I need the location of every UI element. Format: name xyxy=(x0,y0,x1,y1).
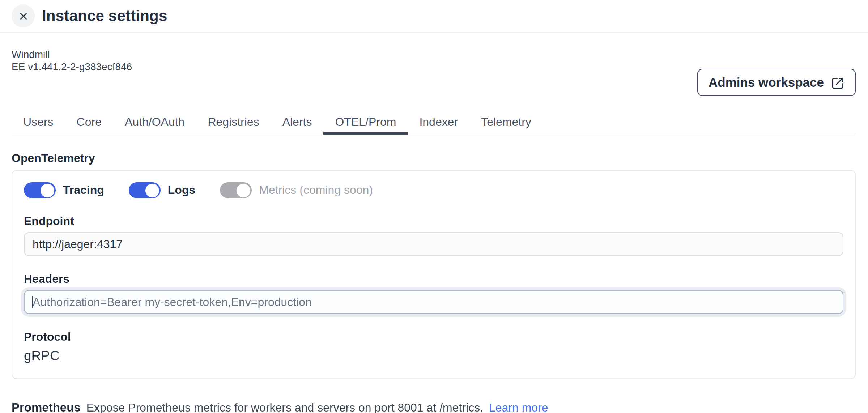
external-link-icon xyxy=(831,76,844,89)
opentelemetry-card: Tracing Logs Metrics (coming soon) Endpo… xyxy=(12,170,856,379)
tab-core[interactable]: Core xyxy=(65,110,113,135)
button-row: Admins workspace xyxy=(12,69,856,96)
headers-input-wrap xyxy=(24,290,843,314)
toggle-knob xyxy=(237,183,250,197)
tab-registries[interactable]: Registries xyxy=(196,110,271,135)
prometheus-heading: Prometheus xyxy=(12,401,81,413)
close-button[interactable] xyxy=(12,4,35,27)
opentelemetry-heading: OpenTelemetry xyxy=(12,152,856,165)
prometheus-description: Expose Prometheus metrics for workers an… xyxy=(86,401,483,413)
metrics-label: Metrics (coming soon) xyxy=(259,184,373,197)
headers-field: Headers xyxy=(24,273,843,314)
protocol-field: Protocol gRPC xyxy=(24,331,843,364)
main-content: Windmill EE v1.441.2-2-g383ecf846 Admins… xyxy=(0,48,868,413)
logs-label: Logs xyxy=(168,184,195,197)
headers-label: Headers xyxy=(24,273,843,286)
tracing-toggle-item: Tracing xyxy=(24,182,104,198)
tab-users[interactable]: Users xyxy=(12,110,65,135)
tracing-label: Tracing xyxy=(63,184,104,197)
page-title: Instance settings xyxy=(42,7,167,25)
admins-workspace-button[interactable]: Admins workspace xyxy=(697,69,856,96)
toggle-knob xyxy=(145,183,159,197)
x-icon xyxy=(18,10,29,21)
text-cursor xyxy=(32,296,33,308)
tab-alerts[interactable]: Alerts xyxy=(271,110,324,135)
tab-otel-prom[interactable]: OTEL/Prom xyxy=(323,110,408,135)
prometheus-row: Prometheus Expose Prometheus metrics for… xyxy=(12,401,856,413)
admins-workspace-label: Admins workspace xyxy=(709,75,824,90)
protocol-label: Protocol xyxy=(24,331,843,344)
otel-toggles-row: Tracing Logs Metrics (coming soon) xyxy=(24,182,843,198)
toggle-knob xyxy=(41,183,54,197)
logs-toggle-item: Logs xyxy=(129,182,195,198)
instance-settings-page: Instance settings Windmill EE v1.441.2-2… xyxy=(0,0,868,413)
tab-indexer[interactable]: Indexer xyxy=(408,110,469,135)
tab-auth-oauth[interactable]: Auth/OAuth xyxy=(113,110,196,135)
logs-toggle[interactable] xyxy=(129,182,161,198)
endpoint-field: Endpoint xyxy=(24,215,843,256)
learn-more-link[interactable]: Learn more xyxy=(489,401,548,413)
protocol-value: gRPC xyxy=(24,348,843,364)
app-name: Windmill xyxy=(12,48,856,61)
header-bar: Instance settings xyxy=(0,0,868,33)
endpoint-label: Endpoint xyxy=(24,215,843,228)
metrics-toggle xyxy=(220,182,252,198)
metrics-toggle-item: Metrics (coming soon) xyxy=(220,182,373,198)
headers-input[interactable] xyxy=(24,290,843,314)
endpoint-input[interactable] xyxy=(24,232,843,256)
tab-telemetry[interactable]: Telemetry xyxy=(469,110,543,135)
settings-tabs: Users Core Auth/OAuth Registries Alerts … xyxy=(12,110,856,135)
tracing-toggle[interactable] xyxy=(24,182,56,198)
